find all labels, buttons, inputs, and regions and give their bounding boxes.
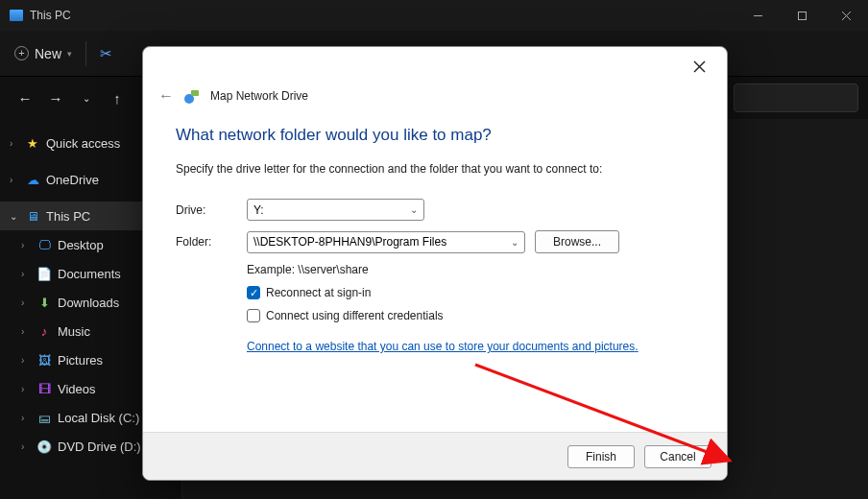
map-network-drive-dialog: ← Map Network Drive What network folder … <box>142 46 728 481</box>
chevron-right-icon: › <box>21 441 31 452</box>
chevron-down-icon: ⌄ <box>410 204 418 215</box>
desktop-icon: 🖵 <box>36 237 52 252</box>
chevron-right-icon: › <box>10 138 19 149</box>
diffcred-checkbox[interactable] <box>247 309 260 322</box>
window-title: This PC <box>30 9 71 22</box>
cut-icon[interactable]: ✂ <box>100 45 112 62</box>
sidebar-item-label: Music <box>58 324 90 339</box>
chevron-right-icon: › <box>21 413 31 423</box>
dialog-body: What network folder would you like to ma… <box>143 108 727 432</box>
svg-rect-1 <box>798 12 806 19</box>
sidebar-item-label: OneDrive <box>46 173 99 187</box>
dialog-subtitle: Specify the drive letter for the connect… <box>176 162 694 176</box>
chevron-down-icon: ⌄ <box>511 237 518 248</box>
reconnect-label: Reconnect at sign-in <box>266 286 371 299</box>
documents-icon: 📄 <box>36 266 52 281</box>
search-box[interactable] <box>734 83 858 112</box>
drive-select[interactable]: Y: ⌄ <box>247 199 424 221</box>
videos-icon: 🎞 <box>36 381 52 396</box>
chevron-down-icon: ⌄ <box>10 211 19 222</box>
example-text: Example: \\server\share <box>247 263 694 276</box>
disk-icon: 🖴 <box>36 410 52 425</box>
pc-icon: 🖥 <box>25 208 40 224</box>
dialog-heading: What network folder would you like to ma… <box>176 126 694 145</box>
sidebar-item-label: Videos <box>58 382 96 396</box>
folder-value: \\DESKTOP-8PHHAN9\Program Files <box>253 235 446 249</box>
diffcred-label: Connect using different credentials <box>266 309 444 322</box>
chevron-right-icon: › <box>21 355 31 366</box>
chevron-right-icon: › <box>21 384 31 394</box>
dvd-icon: 💿 <box>36 439 52 454</box>
dialog-footer: Finish Cancel <box>143 432 727 480</box>
sidebar-item-label: Desktop <box>58 238 104 252</box>
reconnect-checkbox-row[interactable]: ✓ Reconnect at sign-in <box>247 286 694 299</box>
new-button[interactable]: + New ▾ <box>14 46 72 61</box>
cloud-icon: ☁ <box>25 172 40 187</box>
downloads-icon: ⬇ <box>36 295 52 310</box>
dialog-back-button[interactable]: ← <box>158 87 174 105</box>
dialog-header: ← Map Network Drive <box>143 85 727 108</box>
finish-button-label: Finish <box>586 450 616 463</box>
pictures-icon: 🖼 <box>36 352 52 368</box>
website-link-text: Connect to a website that you can use to… <box>247 340 635 353</box>
star-icon: ★ <box>25 135 40 151</box>
back-button[interactable]: ← <box>12 84 38 111</box>
chevron-down-icon: ▾ <box>67 49 72 59</box>
sidebar-item-label: Quick access <box>46 136 120 151</box>
folder-label: Folder: <box>176 235 247 249</box>
chevron-right-icon: › <box>21 326 31 337</box>
browse-button-label: Browse... <box>553 235 601 249</box>
sidebar-item-label: Documents <box>58 267 121 281</box>
folder-input[interactable]: \\DESKTOP-8PHHAN9\Program Files ⌄ <box>247 231 525 253</box>
sidebar-item-label: This PC <box>46 209 90 224</box>
window-titlebar: This PC <box>0 0 868 31</box>
pc-icon <box>10 10 23 21</box>
sidebar-item-label: Downloads <box>58 296 119 310</box>
sidebar-item-label: Pictures <box>58 353 103 368</box>
drive-value: Y: <box>253 203 264 217</box>
website-link[interactable]: Connect to a website that you can use to… <box>247 340 639 353</box>
sidebar-item-label: DVD Drive (D:) <box>58 440 141 454</box>
maximize-button[interactable] <box>780 0 824 31</box>
sidebar-item-label: Local Disk (C:) <box>58 411 139 425</box>
network-drive-icon <box>183 87 201 105</box>
minimize-button[interactable] <box>735 0 780 31</box>
dialog-title: Map Network Drive <box>210 89 308 103</box>
dialog-titlebar <box>143 47 727 85</box>
diffcred-checkbox-row[interactable]: Connect using different credentials <box>247 309 694 322</box>
music-icon: ♪ <box>36 323 52 339</box>
up-button[interactable]: ↑ <box>104 84 131 111</box>
drive-label: Drive: <box>176 203 247 217</box>
close-button[interactable] <box>824 0 868 31</box>
reconnect-checkbox[interactable]: ✓ <box>247 286 260 299</box>
dialog-close-button[interactable] <box>685 52 713 81</box>
browse-button[interactable]: Browse... <box>535 230 619 253</box>
plus-icon: + <box>14 46 29 60</box>
cancel-button-label: Cancel <box>660 450 695 463</box>
toolbar-divider <box>85 41 86 66</box>
new-button-label: New <box>35 46 61 61</box>
finish-button[interactable]: Finish <box>567 445 635 468</box>
chevron-right-icon: › <box>10 175 19 185</box>
chevron-right-icon: › <box>21 240 31 250</box>
recent-button[interactable]: ⌄ <box>73 84 100 111</box>
forward-button[interactable]: → <box>42 84 69 111</box>
chevron-right-icon: › <box>21 297 31 308</box>
svg-rect-7 <box>191 90 199 96</box>
chevron-right-icon: › <box>21 269 31 279</box>
cancel-button[interactable]: Cancel <box>644 445 711 468</box>
